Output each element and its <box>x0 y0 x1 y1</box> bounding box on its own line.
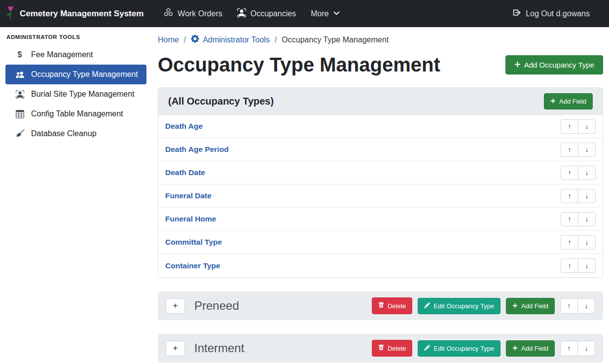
delete-button[interactable]: Delete <box>372 297 413 314</box>
expand-button[interactable]: + <box>166 341 185 356</box>
move-up-button[interactable]: ↑ <box>561 258 578 273</box>
reorder-buttons: ↑ ↓ <box>561 119 596 134</box>
move-up-button[interactable]: ↑ <box>561 235 578 250</box>
plus-icon <box>512 345 518 352</box>
chevron-down-icon <box>333 9 340 18</box>
sidebar-item-database-cleanup[interactable]: Database Cleanup <box>5 124 146 144</box>
reorder-buttons: ↑ ↓ <box>561 166 596 180</box>
move-up-button[interactable]: ↑ <box>561 166 578 180</box>
trash-icon <box>378 302 384 310</box>
app-brand[interactable]: Cemetery Management System <box>6 5 143 22</box>
edit-occupancy-type-button[interactable]: Edit Occupancy Type <box>418 298 501 314</box>
edit-occupancy-type-button[interactable]: Edit Occupancy Type <box>418 340 501 357</box>
brand-title: Cemetery Management System <box>20 9 143 19</box>
move-up-button[interactable]: ↑ <box>561 212 578 226</box>
dollar-icon: $ <box>14 50 25 59</box>
breadcrumb-admin-tools-label: Administrator Tools <box>203 36 270 44</box>
logout-button[interactable]: Log Out d.gowans <box>504 8 597 19</box>
person-bounding-box-icon <box>14 90 25 99</box>
field-row: Death Age ↑ ↓ <box>158 115 603 138</box>
move-down-button[interactable]: ↓ <box>578 166 596 180</box>
field-row: Container Type ↑ ↓ <box>158 254 603 277</box>
add-field-button[interactable]: Add Field <box>506 340 555 357</box>
move-down-button[interactable]: ↓ <box>578 212 596 226</box>
reorder-buttons: ↑ ↓ <box>560 298 595 314</box>
add-field-button[interactable]: Add Field <box>544 93 593 109</box>
add-occupancy-type-button[interactable]: Add Occupancy Type <box>505 55 603 74</box>
edit-occupancy-type-label: Edit Occupancy Type <box>433 345 494 352</box>
move-down-button[interactable]: ↓ <box>578 189 596 203</box>
section-title: Interment <box>194 341 244 355</box>
nav-work-orders-label: Work Orders <box>178 9 222 18</box>
card-header: (All Occupancy Types) Add Field <box>158 88 603 115</box>
table-icon <box>14 110 25 118</box>
field-row: Funeral Date ↑ ↓ <box>158 184 603 208</box>
breadcrumb-current: Occupancy Type Management <box>282 36 389 44</box>
sidebar-item-burial-site-type-management[interactable]: Burial Site Type Management <box>5 84 146 104</box>
field-link-death-age[interactable]: Death Age <box>165 122 203 131</box>
nav-more[interactable]: More <box>303 9 347 18</box>
move-up-button[interactable]: ↑ <box>560 298 578 314</box>
plus-icon <box>512 302 518 310</box>
move-down-button[interactable]: ↓ <box>578 258 596 273</box>
field-link-container-type[interactable]: Container Type <box>165 261 220 270</box>
broom-icon <box>14 129 25 138</box>
field-link-funeral-date[interactable]: Funeral Date <box>165 191 212 200</box>
field-link-committal-type[interactable]: Committal Type <box>165 238 222 247</box>
move-up-button[interactable]: ↑ <box>560 341 578 356</box>
sidebar-item-config-table-management[interactable]: Config Table Management <box>5 104 146 124</box>
field-row: Death Age Period ↑ ↓ <box>158 138 603 161</box>
plus-icon <box>514 61 521 69</box>
top-navbar: Cemetery Management System Work Orders O… <box>0 0 609 27</box>
move-down-button[interactable]: ↓ <box>577 298 595 314</box>
reorder-buttons: ↑ ↓ <box>561 143 596 157</box>
pencil-icon <box>424 302 430 310</box>
main-content: Home / Administrator Tools / Occupancy T… <box>152 27 609 363</box>
plus-icon <box>550 98 556 105</box>
people-icon <box>14 71 25 79</box>
sidebar-item-fee-management[interactable]: $ Fee Management <box>5 45 146 65</box>
field-link-death-age-period[interactable]: Death Age Period <box>165 145 229 154</box>
reorder-buttons: ↑ ↓ <box>561 212 596 226</box>
add-field-button[interactable]: Add Field <box>506 298 555 314</box>
move-up-button[interactable]: ↑ <box>561 143 578 157</box>
expand-button[interactable]: + <box>166 298 185 314</box>
nav-work-orders[interactable]: Work Orders <box>156 8 229 19</box>
occupancy-type-section-interment: + Interment Delete Edit Occupancy Type <box>158 334 603 363</box>
boxes-icon <box>164 8 173 19</box>
move-up-button[interactable]: ↑ <box>561 189 578 203</box>
reorder-buttons: ↑ ↓ <box>560 341 595 356</box>
breadcrumb-admin-tools-link[interactable]: Administrator Tools <box>191 35 270 45</box>
reorder-buttons: ↑ ↓ <box>561 189 596 203</box>
reorder-buttons: ↑ ↓ <box>561 258 596 273</box>
field-link-funeral-home[interactable]: Funeral Home <box>165 215 216 223</box>
move-down-button[interactable]: ↓ <box>578 119 596 134</box>
field-row: Death Date ↑ ↓ <box>158 161 603 184</box>
add-occupancy-type-label: Add Occupancy Type <box>524 61 594 69</box>
move-down-button[interactable]: ↓ <box>577 341 595 356</box>
nav-occupancies[interactable]: Occupancies <box>230 8 304 19</box>
card-title: (All Occupancy Types) <box>168 96 274 107</box>
breadcrumb-home-link[interactable]: Home <box>158 36 179 44</box>
logout-icon <box>512 8 521 19</box>
section-actions: Delete Edit Occupancy Type Add Field ↑ <box>372 340 595 357</box>
trash-icon <box>378 344 384 352</box>
flower-logo-icon <box>6 5 15 22</box>
field-link-death-date[interactable]: Death Date <box>165 168 205 177</box>
page-title: Occupancy Type Management <box>158 53 440 76</box>
breadcrumb-separator: / <box>275 36 277 44</box>
sidebar-item-label: Occupancy Type Management <box>31 70 138 79</box>
sidebar: Administrator Tools $ Fee Management Occ… <box>0 27 152 144</box>
move-down-button[interactable]: ↓ <box>578 235 596 250</box>
move-down-button[interactable]: ↓ <box>578 143 596 157</box>
nav-more-label: More <box>311 9 328 18</box>
move-up-button[interactable]: ↑ <box>561 119 578 134</box>
sidebar-item-label: Database Cleanup <box>31 129 97 138</box>
add-field-label: Add Field <box>521 302 548 310</box>
section-actions: Delete Edit Occupancy Type Add Field ↑ <box>372 297 595 314</box>
delete-button[interactable]: Delete <box>372 340 413 357</box>
sidebar-item-occupancy-type-management[interactable]: Occupancy Type Management <box>5 65 146 84</box>
sidebar-heading: Administrator Tools <box>5 34 146 45</box>
delete-label: Delete <box>388 302 406 310</box>
add-field-label: Add Field <box>559 98 586 105</box>
